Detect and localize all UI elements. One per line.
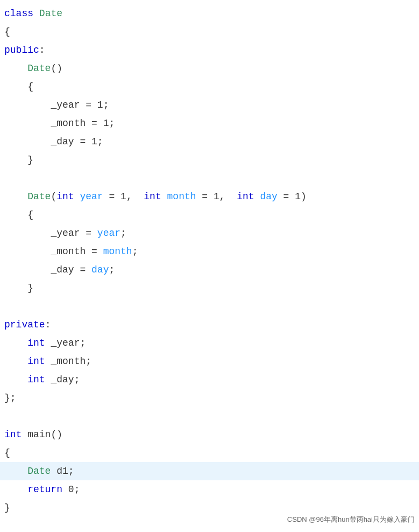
open-brace: { [4,26,10,37]
var-day: day [91,264,109,275]
code-line-3: public: [0,41,419,59]
code-line-22: }; [0,389,419,407]
code-line-26: Date d1; [0,462,419,480]
assign-day: _day = [51,264,91,275]
code-line-9: } [0,151,419,169]
param-day: day [260,191,277,202]
code-line-19: int _year; [0,334,419,352]
code-line-17 [0,297,419,316]
code-line-14: _month = month; [0,242,419,261]
code-line-16: } [0,279,419,297]
code-line-21: int _day; [0,370,419,389]
main-func: main() [27,429,62,440]
constructor-name-1: Date [27,63,51,74]
code-line-20: int _month; [0,352,419,370]
code-line-15: _day = day; [0,261,419,279]
keyword-return: return [27,484,62,495]
assign-year: _year = [51,228,97,239]
param-year: year [80,191,103,202]
code-line-7: _month = 1; [0,114,419,132]
keyword-int-main: int [4,429,22,440]
var-day-assign: _day = 1; [51,136,103,147]
main-close-brace: } [4,502,10,513]
type-date: Date [27,466,51,477]
main-open-brace: { [4,447,10,458]
code-line-6: _year = 1; [0,96,419,114]
var-month: month [103,246,132,257]
code-line-27: return 0; [0,480,419,499]
var-d1: d1; [56,466,74,477]
code-line-12: { [0,206,419,224]
keyword-int-day: int [237,191,254,202]
var-year-assign: _year = 1; [51,100,109,110]
keyword-public: public [4,45,39,55]
code-editor: class Date { public: Date() { _year = 1;… [0,0,419,532]
code-line-8: _day = 1; [0,132,419,151]
param-month: month [167,191,196,202]
watermark-text: CSDN @96年离hun带两hai只为嫁入豪门 [287,514,415,526]
return-zero: 0; [68,484,80,495]
var-year: year [97,228,120,239]
keyword-int-month: int [144,191,161,202]
keyword-int-3: int [27,374,45,385]
code-line-4: Date() [0,59,419,78]
keyword-private: private [4,319,45,330]
code-line-5: { [0,78,419,96]
code-line-13: _year = year; [0,224,419,242]
code-line-24: int main() [0,425,419,444]
code-line-18: private: [0,316,419,334]
assign-month: _month = [51,246,103,257]
keyword-int-2: int [27,356,45,367]
var-month-assign: _month = 1; [51,118,115,129]
code-line-2: { [0,23,419,41]
code-line-23 [0,407,419,425]
code-line-1: class Date [0,4,419,23]
keyword-int-year: int [56,191,74,202]
code-line-10 [0,169,419,187]
keyword-class: class [4,8,33,19]
code-line-25: { [0,444,419,462]
constructor-name-2: Date [27,191,51,202]
class-close: }; [4,393,16,403]
code-line-11: Date(int year = 1, int month = 1, int da… [0,187,419,206]
member-day: _day; [51,374,80,385]
member-month: _month; [51,356,91,367]
classname-date: Date [39,8,62,19]
member-year: _year; [51,338,86,348]
keyword-int-1: int [27,338,45,348]
